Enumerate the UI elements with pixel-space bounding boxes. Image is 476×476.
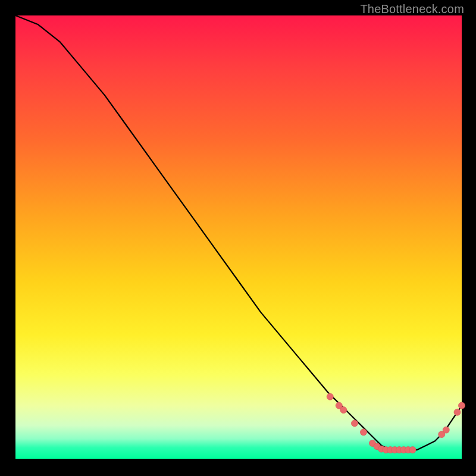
chart-dots <box>327 393 465 453</box>
data-dot <box>459 402 465 409</box>
chart-frame: TheBottleneck.com <box>0 0 476 476</box>
plot-area <box>15 15 462 459</box>
data-dot <box>409 447 416 453</box>
watermark-text: TheBottleneck.com <box>360 2 464 16</box>
data-dot <box>443 427 449 433</box>
data-dot <box>327 393 333 400</box>
chart-svg <box>15 15 462 459</box>
data-dot <box>454 409 461 415</box>
data-dot <box>361 429 367 436</box>
bottleneck-curve <box>15 15 462 450</box>
data-dot <box>340 407 347 414</box>
data-dot <box>352 420 358 427</box>
